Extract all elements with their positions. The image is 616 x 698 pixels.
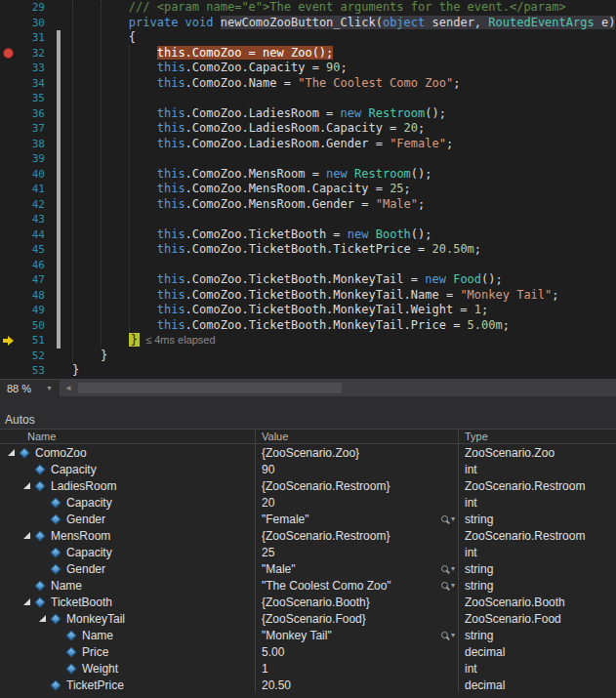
expander-expanded-icon[interactable] <box>23 482 30 489</box>
code-line[interactable]: 43 <box>0 212 616 227</box>
breakpoint-margin[interactable] <box>0 318 18 334</box>
column-header-type[interactable]: Type <box>459 430 616 443</box>
autos-value-cell[interactable]: 1 <box>256 660 459 677</box>
autos-name-cell[interactable]: LadiesRoom <box>0 477 256 494</box>
code-line[interactable]: 39 <box>0 151 616 167</box>
autos-row[interactable]: Price5.00decimal <box>0 643 616 660</box>
autos-value-cell[interactable]: {ZooScenario.Food} <box>256 610 459 627</box>
autos-row[interactable]: Capacity25int <box>0 544 616 560</box>
breakpoint-icon[interactable] <box>3 48 14 59</box>
autos-value-cell[interactable]: {ZooScenario.Booth} <box>256 594 459 610</box>
autos-row[interactable]: MensRoom{ZooScenario.Restroom}ZooScenari… <box>0 527 616 544</box>
autos-value-cell[interactable]: 5.00 <box>256 643 459 660</box>
breakpoint-margin[interactable] <box>0 212 18 227</box>
autos-name-cell[interactable]: Weight <box>0 660 256 677</box>
breakpoint-margin[interactable] <box>0 16 18 31</box>
horizontal-scrollbar[interactable]: ◄ <box>61 380 616 396</box>
autos-row[interactable]: Name"The Coolest Como Zoo"▾string <box>0 577 616 594</box>
autos-row[interactable]: ComoZoo{ZooScenario.Zoo}ZooScenario.Zoo <box>0 444 616 461</box>
autos-row[interactable]: Weight1int <box>0 660 616 677</box>
autos-row[interactable]: TicketPrice20.50decimal <box>0 677 616 693</box>
breakpoint-margin[interactable] <box>0 288 18 304</box>
code-line[interactable]: 31 { <box>0 30 616 46</box>
autos-value-cell[interactable]: "Female"▾ <box>256 511 459 527</box>
autos-value-cell[interactable]: {ZooScenario.Zoo} <box>256 444 459 461</box>
autos-name-cell[interactable]: Price <box>0 643 256 660</box>
code-line[interactable]: 41 this.ComoZoo.MensRoom.Capacity = 25; <box>0 182 616 197</box>
autos-name-cell[interactable]: MonkeyTail <box>0 610 256 627</box>
code-line[interactable]: 42 this.ComoZoo.MensRoom.Gender = "Male"… <box>0 197 616 213</box>
magnifier-dropdown[interactable]: ▾ <box>441 631 455 639</box>
code-line[interactable]: 29 /// <param name="e">The event argumen… <box>0 0 616 16</box>
scrollbar-thumb[interactable] <box>78 383 342 393</box>
expander-expanded-icon[interactable] <box>8 449 15 456</box>
breakpoint-margin[interactable] <box>0 91 18 106</box>
autos-name-cell[interactable]: TicketBooth <box>0 594 256 610</box>
code-line[interactable]: 30 private void newComoZooButton_Click(o… <box>0 16 616 31</box>
autos-row[interactable]: MonkeyTail{ZooScenario.Food}ZooScenario.… <box>0 610 616 627</box>
code-line[interactable]: 34 this.ComoZoo.Name = "The Coolest Como… <box>0 76 616 92</box>
zoom-level-select[interactable]: 88 % ▼ <box>0 380 61 396</box>
breakpoint-margin[interactable] <box>0 137 18 152</box>
code-line[interactable]: 36 this.ComoZoo.LadiesRoom = new Restroo… <box>0 106 616 122</box>
autos-panel-title[interactable]: Autos <box>0 412 616 429</box>
code-line[interactable]: 49 this.ComoZoo.TicketBooth.MonkeyTail.W… <box>0 303 616 318</box>
autos-name-cell[interactable]: TicketPrice <box>0 677 256 693</box>
scroll-left-arrow-icon[interactable]: ◄ <box>61 380 76 396</box>
autos-row[interactable]: Gender"Female"▾string <box>0 511 616 527</box>
code-line[interactable]: 53} <box>0 363 616 379</box>
autos-value-cell[interactable]: {ZooScenario.Restroom} <box>256 477 459 494</box>
autos-value-cell[interactable]: 20.50 <box>256 677 459 693</box>
code-line[interactable]: 37 this.ComoZoo.LadiesRoom.Capacity = 20… <box>0 121 616 137</box>
autos-name-cell[interactable]: Capacity <box>0 494 256 511</box>
autos-row[interactable]: Capacity90int <box>0 461 616 477</box>
autos-value-cell[interactable]: 20 <box>256 494 459 511</box>
breakpoint-margin[interactable] <box>0 182 18 197</box>
autos-value-cell[interactable]: {ZooScenario.Restroom} <box>256 527 459 544</box>
autos-row[interactable]: Name"Monkey Tail"▾string <box>0 627 616 643</box>
breakpoint-margin[interactable] <box>0 363 18 379</box>
autos-name-cell[interactable]: Gender <box>0 560 256 577</box>
breakpoint-margin[interactable] <box>0 46 18 62</box>
code-line[interactable]: 50 this.ComoZoo.TicketBooth.MonkeyTail.P… <box>0 318 616 334</box>
code-line[interactable]: 48 this.ComoZoo.TicketBooth.MonkeyTail.N… <box>0 288 616 304</box>
code-line[interactable]: 33 this.ComoZoo.Capacity = 90; <box>0 61 616 76</box>
breakpoint-margin[interactable] <box>0 167 18 183</box>
code-line[interactable]: 38 this.ComoZoo.LadiesRoom.Gender = "Fem… <box>0 137 616 152</box>
code-line[interactable]: 52 } <box>0 349 616 364</box>
code-line[interactable]: 45 this.ComoZoo.TicketBooth.TicketPrice … <box>0 242 616 258</box>
autos-row[interactable]: Gender"Male"▾string <box>0 560 616 577</box>
autos-value-cell[interactable]: "Male"▾ <box>256 560 459 577</box>
breakpoint-margin[interactable] <box>0 258 18 273</box>
expander-expanded-icon[interactable] <box>23 598 30 605</box>
autos-name-cell[interactable]: MensRoom <box>0 527 256 544</box>
autos-name-cell[interactable]: Capacity <box>0 461 256 477</box>
autos-name-cell[interactable]: Name <box>0 577 256 594</box>
breakpoint-margin[interactable] <box>0 349 18 364</box>
breakpoint-margin[interactable] <box>0 0 18 16</box>
breakpoint-margin[interactable] <box>0 197 18 213</box>
breakpoint-margin[interactable] <box>0 61 18 76</box>
breakpoint-margin[interactable] <box>0 242 18 258</box>
column-header-value[interactable]: Value <box>256 430 459 443</box>
breakpoint-margin[interactable] <box>0 76 18 92</box>
magnifier-dropdown[interactable]: ▾ <box>441 514 455 523</box>
breakpoint-margin[interactable] <box>0 333 18 349</box>
autos-name-cell[interactable]: Name <box>0 627 256 643</box>
breakpoint-margin[interactable] <box>0 272 18 288</box>
expander-expanded-icon[interactable] <box>39 615 46 622</box>
code-line[interactable]: 32 this.ComoZoo = new Zoo(); <box>0 46 616 62</box>
autos-name-cell[interactable]: ComoZoo <box>0 444 256 461</box>
expander-expanded-icon[interactable] <box>23 532 30 539</box>
breakpoint-margin[interactable] <box>0 303 18 318</box>
code-line[interactable]: 46 <box>0 258 616 273</box>
autos-value-cell[interactable]: "Monkey Tail"▾ <box>256 627 459 643</box>
autos-value-cell[interactable]: 90 <box>256 461 459 477</box>
column-header-name[interactable]: Name <box>0 430 256 443</box>
breakpoint-margin[interactable] <box>0 227 18 243</box>
code-editor[interactable]: 29 /// <param name="e">The event argumen… <box>0 0 616 379</box>
autos-value-cell[interactable]: "The Coolest Como Zoo"▾ <box>256 577 459 594</box>
breakpoint-margin[interactable] <box>0 151 18 167</box>
autos-row[interactable]: Capacity20int <box>0 494 616 511</box>
magnifier-dropdown[interactable]: ▾ <box>441 581 455 590</box>
